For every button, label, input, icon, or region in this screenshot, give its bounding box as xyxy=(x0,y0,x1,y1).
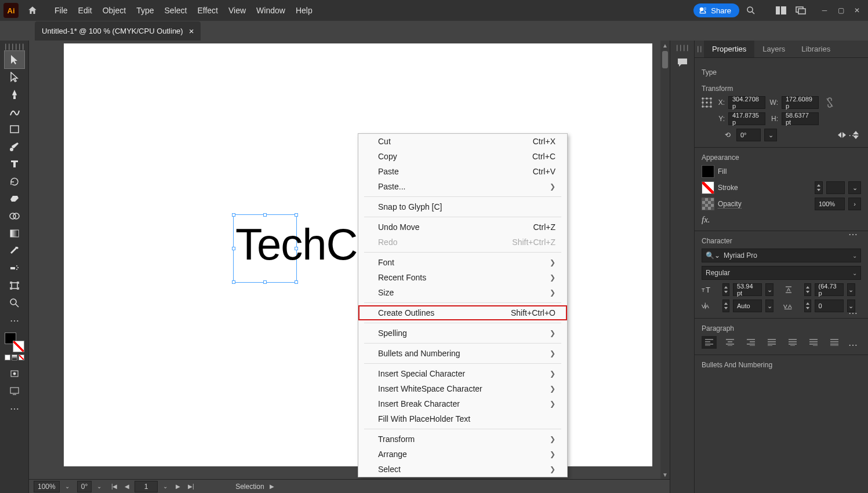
draw-mode-normal[interactable] xyxy=(5,365,24,382)
close-button[interactable]: ✕ xyxy=(849,5,865,16)
fill-stroke-swatch[interactable] xyxy=(5,333,24,352)
y-field[interactable]: 417.8735 p xyxy=(728,112,765,125)
rotate-view-field[interactable]: 0° xyxy=(77,481,92,492)
edit-toolbar-button[interactable]: ⋯ xyxy=(5,312,24,329)
align-left-button[interactable] xyxy=(702,336,717,349)
stroke-weight-field[interactable] xyxy=(826,181,845,194)
font-style-select[interactable]: Regular ⌄ xyxy=(702,266,861,280)
canvas-area[interactable]: TechC CutCtrl+XCopyCtrl+CPasteCtrl+VPast… xyxy=(29,41,670,493)
shape-builder-tool[interactable] xyxy=(5,207,24,225)
justify-center-button[interactable] xyxy=(785,336,800,349)
context-menu-item[interactable]: Fill With PlaceHolder Text xyxy=(358,411,567,426)
context-menu-item[interactable]: Transform❯ xyxy=(358,432,567,447)
share-button[interactable]: Share xyxy=(693,3,739,17)
last-artboard-button[interactable]: ▶| xyxy=(186,482,196,491)
rotate-tool[interactable] xyxy=(5,173,24,190)
color-mode-none[interactable] xyxy=(19,355,24,360)
maximize-button[interactable]: ▢ xyxy=(833,5,848,16)
curvature-tool[interactable] xyxy=(5,103,24,120)
character-more-icon[interactable]: ⋯ xyxy=(848,308,858,319)
tab-layers[interactable]: Layers xyxy=(754,41,793,57)
screen-mode[interactable] xyxy=(5,382,24,400)
leading-dropdown[interactable]: ⌄ xyxy=(847,283,855,296)
flip-horizontal-icon[interactable] xyxy=(837,130,847,140)
opacity-field[interactable]: 100% xyxy=(815,198,845,210)
vertical-scrollbar[interactable]: ▲ ▼ xyxy=(660,41,670,479)
panel-handle[interactable]: ┃┃┃┃┃┃ xyxy=(4,44,25,51)
menu-view[interactable]: View xyxy=(228,6,246,15)
eyedropper-tool[interactable] xyxy=(5,242,24,260)
menu-window[interactable]: Window xyxy=(256,6,285,15)
context-menu-item[interactable]: Recent Fonts❯ xyxy=(358,270,567,285)
menu-effect[interactable]: Effect xyxy=(197,6,218,15)
transform-more-icon[interactable]: ⋯ xyxy=(848,130,858,141)
artboard-dropdown[interactable]: ⌄ xyxy=(160,482,170,491)
tab-properties[interactable]: Properties xyxy=(704,41,754,57)
search-icon[interactable] xyxy=(743,2,759,19)
fx-icon[interactable]: fx. xyxy=(702,215,710,225)
artboard-number-field[interactable]: 1 xyxy=(135,481,158,492)
justify-left-button[interactable] xyxy=(764,336,779,349)
more-tools[interactable]: ⋯ xyxy=(5,400,24,417)
stroke-color-swatch[interactable] xyxy=(702,181,714,194)
menu-type[interactable]: Type xyxy=(136,6,154,15)
comments-icon[interactable] xyxy=(674,54,691,71)
direct-selection-tool[interactable] xyxy=(5,68,24,86)
align-center-button[interactable] xyxy=(722,336,738,349)
zoom-dropdown[interactable]: ⌄ xyxy=(62,482,72,491)
context-menu-item[interactable]: Select❯ xyxy=(358,462,567,477)
context-menu-item[interactable]: Font❯ xyxy=(358,255,567,270)
context-menu-item[interactable]: Undo MoveCtrl+Z xyxy=(358,220,567,235)
kerning-dropdown[interactable]: ⌄ xyxy=(765,300,773,312)
arrange-grid-icon[interactable] xyxy=(773,2,789,19)
tab-libraries[interactable]: Libraries xyxy=(793,41,838,57)
size-stepper[interactable] xyxy=(722,283,729,296)
context-menu-item[interactable]: Paste...❯ xyxy=(358,179,567,194)
kerning-stepper[interactable] xyxy=(722,300,729,312)
size-dropdown[interactable]: ⌄ xyxy=(765,283,773,296)
stroke-swatch[interactable] xyxy=(13,341,24,352)
context-menu-item[interactable]: Insert Special Character❯ xyxy=(358,366,567,381)
constrain-proportions-icon[interactable] xyxy=(825,97,835,108)
color-mode-solid[interactable] xyxy=(5,355,10,360)
eraser-tool[interactable] xyxy=(5,190,24,207)
justify-all-button[interactable] xyxy=(827,336,842,349)
pen-tool[interactable] xyxy=(5,86,24,103)
menu-select[interactable]: Select xyxy=(165,6,187,15)
zoom-field[interactable]: 100% xyxy=(34,481,60,492)
rotate-dropdown[interactable]: ⌄ xyxy=(94,482,104,491)
paragraph-more-icon[interactable]: ⋯ xyxy=(848,339,858,350)
font-size-field[interactable]: 53.94 pt xyxy=(733,283,762,296)
context-menu-item[interactable]: Size❯ xyxy=(358,285,567,300)
arrange-windows-icon[interactable] xyxy=(793,2,809,19)
gradient-tool[interactable] xyxy=(5,225,24,242)
stroke-weight-stepper[interactable] xyxy=(815,181,823,194)
menu-object[interactable]: Object xyxy=(103,6,126,15)
panel-drag-handle[interactable]: ┃┃ xyxy=(695,41,704,57)
context-menu-item[interactable]: Insert WhiteSpace Character❯ xyxy=(358,381,567,396)
menu-file[interactable]: File xyxy=(55,6,68,15)
rotate-field[interactable]: 0° xyxy=(736,129,761,141)
menu-help[interactable]: Help xyxy=(296,6,313,15)
rectangle-tool[interactable] xyxy=(5,120,24,138)
align-right-button[interactable] xyxy=(743,336,758,349)
paintbrush-tool[interactable] xyxy=(5,138,24,155)
rotate-dropdown[interactable]: ⌄ xyxy=(764,129,777,141)
artboard-tool[interactable] xyxy=(5,277,24,294)
font-family-select[interactable]: 🔍⌄ Myriad Pro ⌄ xyxy=(702,249,861,262)
prev-artboard-button[interactable]: ◀ xyxy=(122,482,132,491)
fill-color-swatch[interactable] xyxy=(702,165,714,178)
status-mode-menu[interactable]: ▶ xyxy=(267,482,277,491)
type-tool[interactable] xyxy=(5,155,24,173)
tab-close-icon[interactable]: × xyxy=(189,26,194,36)
h-field[interactable]: 58.6377 pt xyxy=(782,112,819,125)
context-menu-item[interactable]: Bullets and Numbering❯ xyxy=(358,346,567,361)
kerning-field[interactable]: Auto xyxy=(733,300,762,312)
document-tab[interactable]: Untitled-1* @ 100 % (CMYK/CPU Outline) × xyxy=(35,21,201,41)
reference-point-icon[interactable] xyxy=(702,97,712,108)
selection-tool[interactable] xyxy=(5,51,24,68)
color-mode-gradient[interactable] xyxy=(12,355,17,360)
symbol-sprayer-tool[interactable] xyxy=(5,260,24,277)
leading-field[interactable]: (64.73 p xyxy=(815,283,844,296)
opacity-swatch[interactable] xyxy=(702,198,714,210)
